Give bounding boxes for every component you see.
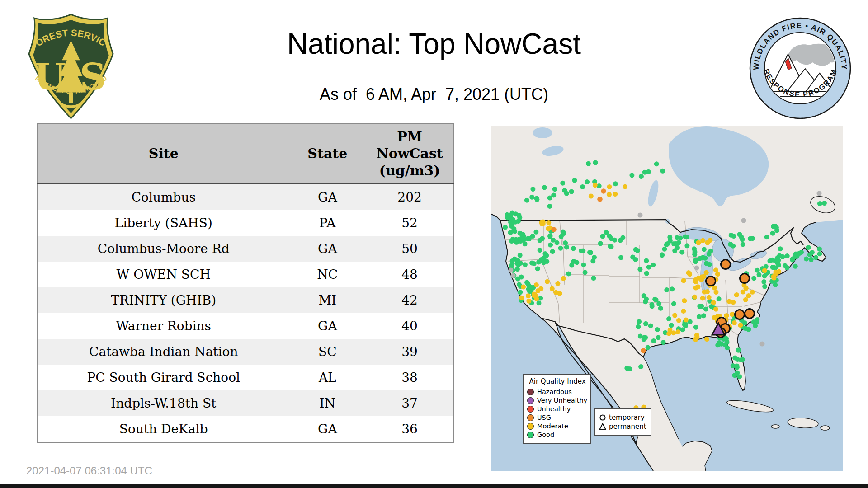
monitor-site-dot [590, 258, 595, 263]
monitor-site-dot [518, 290, 523, 295]
table-row: Catawba Indian NationSC39 [38, 339, 454, 365]
monitor-site-dot [704, 337, 709, 342]
marker-label: permanent [609, 422, 646, 431]
temporary-circle-icon [599, 414, 606, 421]
aqi-label: Very Unhealthy [537, 397, 587, 404]
monitor-site-dot [527, 236, 532, 241]
monitor-site-dot [514, 237, 519, 242]
monitor-site-dot [757, 272, 762, 277]
value-cell: 38 [366, 365, 454, 390]
state-cell: GA [289, 236, 366, 262]
monitor-site-dot [669, 323, 674, 328]
monitor-site-dot [664, 242, 669, 247]
monitor-site-dot [707, 295, 712, 300]
monitor-site-dot [817, 191, 822, 196]
monitor-site-dot [822, 201, 827, 206]
monitor-site-dot [620, 235, 625, 240]
monitor-site-dot [564, 191, 569, 196]
monitor-site-dot [694, 266, 699, 271]
monitor-site-dot [736, 348, 741, 353]
monitor-site-dot [572, 178, 577, 183]
monitor-site-dot [532, 261, 537, 266]
monitor-site-dot [732, 355, 737, 360]
monitor-site-dot [569, 189, 574, 194]
monitor-site-dot [608, 244, 613, 249]
table-row: W OWEN SCHNC48 [38, 262, 454, 287]
monitor-site-dot [675, 245, 680, 250]
monitor-site-dot [684, 243, 689, 248]
monitor-site-dot [639, 174, 644, 179]
monitor-site-dot [661, 340, 666, 345]
monitor-site-dot [683, 324, 688, 328]
monitor-site-dot [539, 220, 544, 225]
bottom-bar [0, 484, 868, 488]
monitor-site-dot [642, 293, 646, 298]
monitor-site-dot [675, 329, 680, 334]
aqi-swatch-very_unhealthy [527, 397, 534, 404]
monitor-site-dot [660, 169, 665, 174]
monitor-site-dot [601, 188, 606, 194]
permanent-triangle-icon [599, 423, 606, 430]
monitor-site-dot [732, 373, 737, 378]
monitor-site-dot [817, 251, 822, 256]
monitor-site-dot [726, 299, 731, 304]
monitor-site-dot [770, 231, 775, 236]
monitor-site-dot [809, 257, 814, 262]
monitor-site-dot [511, 273, 516, 278]
monitor-site-dot [600, 234, 605, 239]
monitor-site-dot [741, 242, 745, 247]
monitor-site-dot [807, 252, 812, 257]
monitor-site-dot [701, 313, 706, 318]
monitor-site-dot [817, 247, 822, 252]
monitor-site-dot [612, 238, 617, 243]
monitor-site-dot [658, 306, 663, 311]
monitor-site-dot [776, 263, 781, 267]
aqi-legend-title: Air Quality Index [527, 377, 588, 385]
monitor-site-dot [526, 293, 531, 298]
monitor-site-dot [660, 252, 665, 257]
aqi-legend-item: Moderate [527, 422, 588, 430]
monitor-site-dot [633, 257, 638, 262]
marker-legend-item: temporary [599, 413, 648, 422]
aqi-label: USG [537, 414, 551, 421]
monitor-site-dot [509, 224, 514, 229]
monitor-site-dot [734, 292, 739, 297]
monitor-site-dot [535, 288, 540, 293]
monitor-site-dot [526, 299, 531, 304]
monitor-site-dot [571, 246, 576, 251]
monitor-site-dot [737, 374, 742, 379]
monitor-site-dot [537, 300, 542, 305]
monitor-site-dot [697, 314, 702, 319]
monitor-site-dot [534, 197, 539, 202]
monitor-site-dot [551, 227, 557, 232]
monitor-site-dot [671, 301, 676, 306]
monitor-site-dot [762, 273, 767, 278]
monitor-site-dot [517, 213, 522, 218]
monitor-site-dot [644, 271, 649, 276]
site-cell: Warner Robins [38, 313, 289, 339]
marker-label: temporary [609, 413, 645, 422]
monitor-site-dot [583, 270, 588, 275]
aqi-legend: Air Quality Index HazardousVery Unhealth… [523, 374, 591, 444]
monitor-site-dot [574, 260, 579, 265]
monitor-site-dot [730, 312, 735, 317]
monitor-site-dot [675, 235, 679, 240]
monitor-site-dot [564, 244, 569, 249]
monitor-site-dot [692, 252, 697, 257]
monitor-site-dot [560, 181, 565, 186]
monitor-site-dot [523, 262, 528, 267]
page-subtitle: As of 6 AM, Apr 7, 2021 (UTC) [0, 85, 868, 104]
monitor-site-dot [694, 334, 699, 339]
monitor-site-dot [524, 198, 529, 203]
monitor-site-dot [558, 246, 563, 251]
site-cell: Liberty (SAHS) [38, 210, 289, 236]
monitor-site-dot [772, 265, 777, 270]
monitor-site-dot [684, 317, 689, 322]
monitor-site-dot [778, 246, 783, 251]
monitor-site-dot [593, 160, 598, 165]
monitor-site-dot [693, 259, 698, 264]
monitor-site-dot [776, 258, 781, 263]
monitor-site-dot [793, 264, 798, 269]
monitor-site-dot [671, 330, 676, 335]
usg-temporary-site-marker [745, 309, 755, 319]
